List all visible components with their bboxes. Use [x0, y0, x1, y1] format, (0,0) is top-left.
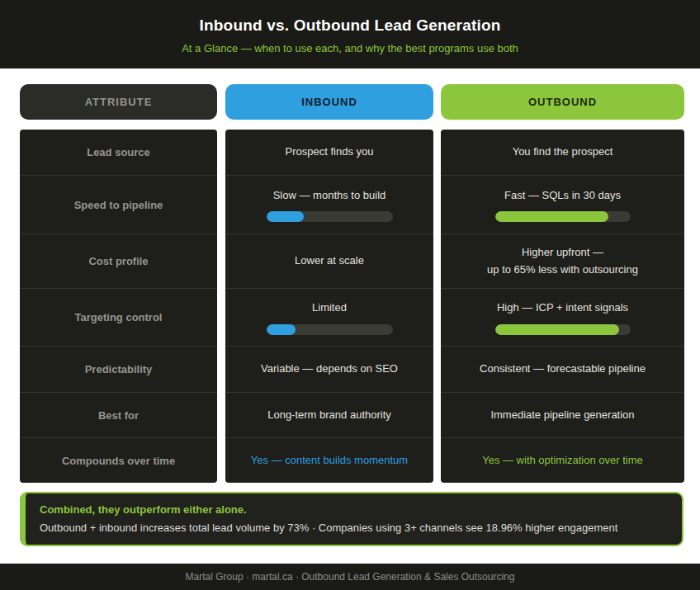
cell-outbound-best-for: Immediate pipeline generation	[441, 392, 684, 437]
attribute-label: Predictability	[85, 363, 153, 375]
attribute-cost: Cost profile	[20, 234, 217, 288]
attribute-lead-source: Lead source	[20, 130, 217, 175]
attribute-best-for: Best for	[20, 392, 217, 437]
attribute-compounds: Compounds over time	[20, 437, 217, 483]
attribute-label: Cost profile	[88, 255, 148, 267]
column-headers-row: ATTRIBUTE INBOUND OUTBOUND	[0, 84, 700, 120]
cell-inbound-predictability: Variable — depends on SEO	[225, 346, 433, 392]
cell-inbound-cost: Lower at scale	[225, 234, 433, 288]
callout-body: Outbound + inbound increases total lead …	[40, 522, 667, 534]
cell-text: Prospect finds you	[286, 144, 374, 160]
attribute-label: Speed to pipeline	[74, 199, 163, 211]
cell-inbound-best-for: Long-term brand authority	[225, 392, 433, 437]
outbound-column: You find the prospect Fast — SQLs in 30 …	[441, 130, 684, 483]
progress-fill-inbound-speed	[267, 211, 305, 222]
column-header-inbound: INBOUND	[225, 84, 433, 120]
cell-text: Lower at scale	[295, 253, 364, 269]
attribute-column: Lead source Speed to pipeline Cost profi…	[20, 130, 217, 483]
progress-track	[495, 324, 631, 335]
attribute-label: Targeting control	[75, 311, 163, 323]
cell-inbound-compounds: Yes — content builds momentum	[225, 437, 433, 483]
comparison-table: ATTRIBUTE INBOUND OUTBOUND Lead source S…	[0, 68, 700, 590]
cell-text: Fast — SQLs in 30 days	[504, 187, 621, 204]
cell-text: Yes — content builds momentum	[251, 452, 408, 469]
cell-text: High — ICP + intent signals	[497, 300, 628, 316]
cell-text: Long-term brand authority	[267, 407, 391, 423]
progress-track	[267, 324, 393, 335]
cell-outbound-compounds: Yes — with optimization over time	[441, 437, 684, 483]
attribute-predictability: Predictability	[20, 346, 217, 392]
progress-fill-outbound-speed	[495, 211, 609, 222]
progress-track	[495, 211, 631, 222]
progress-track	[267, 211, 393, 222]
callout-heading: Combined, they outperform either alone.	[40, 503, 667, 516]
attribute-speed: Speed to pipeline	[20, 175, 217, 234]
cell-text: You find the prospect	[513, 144, 613, 160]
attribute-label: Lead source	[87, 146, 150, 158]
attribute-targeting: Targeting control	[20, 288, 217, 346]
header-banner: Inbound vs. Outbound Lead Generation At …	[0, 0, 700, 68]
progress-fill-outbound-targeting	[495, 324, 620, 335]
column-header-outbound: OUTBOUND	[441, 84, 684, 120]
attribute-label: Compounds over time	[62, 455, 175, 467]
page-title: Inbound vs. Outbound Lead Generation	[199, 17, 500, 35]
cell-inbound-speed: Slow — months to build	[225, 175, 433, 234]
summary-callout: Combined, they outperform either alone. …	[20, 492, 683, 546]
cell-outbound-targeting: High — ICP + intent signals	[441, 288, 684, 346]
cell-text: Yes — with optimization over time	[482, 452, 643, 469]
infographic-page: Inbound vs. Outbound Lead Generation At …	[0, 0, 700, 590]
attribute-label: Best for	[98, 409, 139, 422]
cell-text: Variable — depends on SEO	[261, 361, 398, 377]
cell-text: Higher upfront — up to 65% less with out…	[487, 244, 638, 277]
cell-text: Immediate pipeline generation	[490, 407, 634, 423]
inbound-column: Prospect finds you Slow — months to buil…	[225, 130, 433, 483]
cell-outbound-speed: Fast — SQLs in 30 days	[441, 175, 684, 234]
cell-text: Consistent — forecastable pipeline	[480, 361, 646, 377]
cell-text: Limited	[312, 300, 347, 316]
column-header-attribute: ATTRIBUTE	[20, 84, 217, 120]
cell-inbound-lead-source: Prospect finds you	[225, 130, 433, 175]
footer-text: Martal Group · martal.ca · Outbound Lead…	[186, 571, 515, 583]
footer-bar: Martal Group · martal.ca · Outbound Lead…	[0, 564, 700, 590]
cell-outbound-predictability: Consistent — forecastable pipeline	[441, 346, 684, 392]
cell-outbound-cost: Higher upfront — up to 65% less with out…	[441, 234, 684, 288]
cell-text: Slow — months to build	[273, 187, 386, 204]
page-subtitle: At a Glance — when to use each, and why …	[182, 42, 518, 54]
column-bodies-row: Lead source Speed to pipeline Cost profi…	[0, 120, 700, 483]
cell-outbound-lead-source: You find the prospect	[441, 130, 684, 175]
progress-fill-inbound-targeting	[267, 324, 296, 335]
cell-inbound-targeting: Limited	[225, 288, 433, 346]
